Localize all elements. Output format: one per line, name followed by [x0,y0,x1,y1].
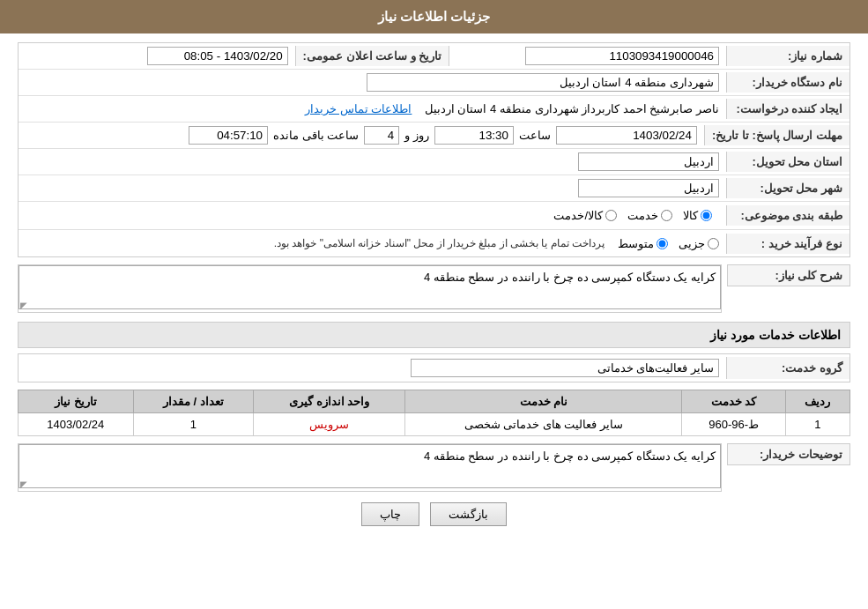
delivery-province-row: استان محل تحویل: [19,149,849,175]
creator-label: ایجاد کننده درخواست: [726,99,849,119]
page-header: جزئیات اطلاعات نیاز [0,0,868,33]
process-radio-jozi[interactable] [708,238,719,249]
services-info-title: اطلاعات خدمات مورد نیاز [18,322,850,348]
buyer-desc-label: توضیحات خریدار: [727,443,850,465]
contact-info-link[interactable]: اطلاعات تماس خریدار [305,102,412,115]
buyer-org-row: نام دستگاه خریدار: [19,70,849,96]
need-number-input[interactable] [525,47,719,65]
process-option-motavaset[interactable]: متوسط [618,237,668,250]
service-group-value [19,354,726,382]
creator-text: ناصر صابرشیخ احمد کاربرداز شهرداری منطقه… [425,102,719,115]
response-days-label: روز و [404,129,429,142]
delivery-city-row: شهر محل تحویل: [19,175,849,202]
category-label: طبقه بندی موضوعی: [726,205,849,226]
buyer-desc-textarea[interactable]: کرایه یک دستگاه کمپرسی ده چرخ با راننده … [19,444,721,488]
cell-service-name: سایر فعالیت های خدماتی شخصی [405,413,682,436]
need-description-label: شرح کلی نیاز: [727,264,850,286]
category-radio-both[interactable] [605,210,617,221]
print-button[interactable]: چاپ [361,502,419,526]
table-header-row: ردیف کد خدمت نام خدمت واحد اندازه گیری ت… [19,390,850,413]
back-button[interactable]: بازگشت [430,502,507,526]
response-time-input[interactable] [434,126,514,145]
creator-value: ناصر صابرشیخ احمد کاربرداز شهرداری منطقه… [19,99,726,119]
response-date-input[interactable] [556,126,697,145]
response-deadline-label: مهلت ارسال پاسخ: تا تاریخ: [704,125,849,145]
cell-quantity: 1 [133,413,254,436]
delivery-city-value [19,175,726,201]
col-unit: واحد اندازه گیری [254,390,405,413]
buyer-org-value [19,70,726,95]
response-time-label: ساعت [519,129,551,142]
delivery-city-label: شهر محل تحویل: [726,178,849,198]
main-content: شماره نیاز: تاریخ و ساعت اعلان عمومی: نا… [0,33,868,544]
buyer-desc-container: کرایه یک دستگاه کمپرسی ده چرخ با راننده … [18,443,722,492]
response-remaining-input[interactable] [189,126,268,145]
page-title: جزئیات اطلاعات نیاز [378,9,490,24]
cell-unit: سرویس [254,413,405,436]
process-note: پرداخت تمام یا بخشی از مبلغ خریدار از مح… [274,237,605,249]
services-table: ردیف کد خدمت نام خدمت واحد اندازه گیری ت… [18,390,850,436]
category-option-kala[interactable]: کالا [683,209,712,222]
process-type-label: نوع فرآیند خرید : [726,234,849,254]
table-row: 1 ط-96-960 سایر فعالیت های خدماتی شخصی س… [19,413,850,436]
delivery-province-input[interactable] [578,152,719,171]
cell-row-num: 1 [785,413,849,436]
page-container: جزئیات اطلاعات نیاز شماره نیاز: تاریخ و … [0,0,868,609]
need-number-row: شماره نیاز: تاریخ و ساعت اعلان عمومی: [19,43,849,70]
category-radio-khedmat[interactable] [661,210,672,221]
buyer-org-label: نام دستگاه خریدار: [726,72,849,93]
col-service-name: نام خدمت [405,390,682,413]
announcement-label: تاریخ و ساعت اعلان عمومی: [295,46,450,66]
service-group-label: گروه خدمت: [726,357,849,379]
category-value: کالا خدمت کالا/خدمت [19,202,726,229]
col-quantity: تعداد / مقدار [133,390,254,413]
need-description-section: شرح کلی نیاز: کرایه یک دستگاه کمپرسی ده … [18,264,850,313]
creator-row: ایجاد کننده درخواست: ناصر صابرشیخ احمد ک… [19,96,849,123]
category-radio-kala[interactable] [701,210,712,221]
col-row-num: ردیف [785,390,849,413]
need-number-value [449,43,726,69]
response-remaining-label: ساعت باقی مانده [273,129,359,142]
process-type-value: جزیی متوسط پرداخت تمام یا بخشی از مبلغ خ… [19,234,726,254]
buyer-org-input[interactable] [367,73,719,92]
need-number-label: شماره نیاز: [726,46,849,66]
process-option-jozi[interactable]: جزیی [679,237,719,250]
services-table-section: ردیف کد خدمت نام خدمت واحد اندازه گیری ت… [18,390,850,436]
buyer-desc-section: توضیحات خریدار: کرایه یک دستگاه کمپرسی د… [18,443,850,492]
process-type-row: نوع فرآیند خرید : جزیی متوسط [19,230,849,256]
response-deadline-value: ساعت روز و ساعت باقی مانده [19,123,704,148]
service-group-row: گروه خدمت: [18,353,850,382]
process-radio-motavaset[interactable] [657,238,668,249]
category-option-kala-khedmat[interactable]: کالا/خدمت [553,209,617,222]
cell-date: 1403/02/24 [19,413,134,436]
category-row: طبقه بندی موضوعی: کالا خدمت [19,202,849,230]
top-info-section: شماره نیاز: تاریخ و ساعت اعلان عمومی: نا… [18,42,850,257]
response-deadline-row: مهلت ارسال پاسخ: تا تاریخ: ساعت روز و سا… [19,123,849,149]
need-description-container: کرایه یک دستگاه کمپرسی ده چرخ با راننده … [18,264,722,313]
buttons-row: بازگشت چاپ [18,502,850,526]
col-service-code: کد خدمت [682,390,785,413]
delivery-province-label: استان محل تحویل: [726,152,849,172]
delivery-city-input[interactable] [578,179,719,197]
response-days-input[interactable] [364,126,399,145]
cell-service-code: ط-96-960 [682,413,785,436]
col-date: تاریخ نیاز [19,390,134,413]
need-description-textarea[interactable]: کرایه یک دستگاه کمپرسی ده چرخ با راننده … [19,265,721,309]
announcement-value [19,43,295,69]
service-group-input[interactable] [411,359,719,377]
category-option-khedmat[interactable]: خدمت [627,209,672,222]
announcement-input[interactable] [147,47,288,65]
delivery-province-value [19,149,726,175]
